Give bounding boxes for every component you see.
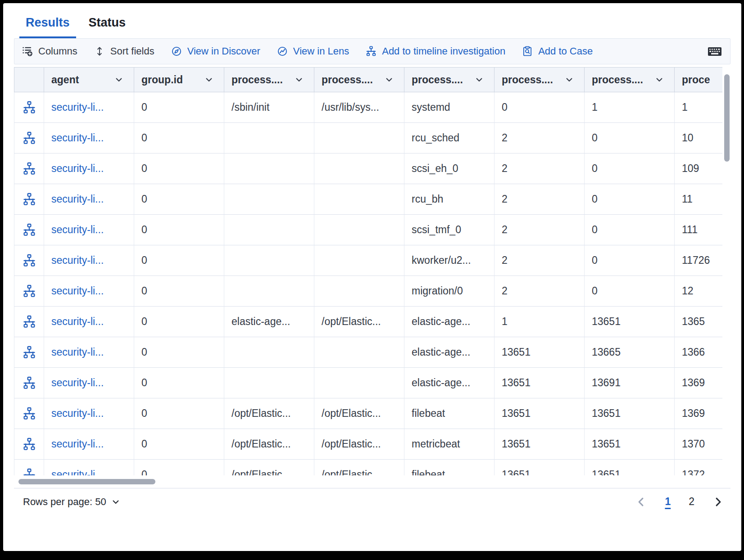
analyze-event-button[interactable]	[20, 435, 38, 453]
analyze-event-button[interactable]	[20, 99, 38, 117]
analyze-event-button[interactable]	[20, 282, 38, 300]
cell-process: 0	[585, 245, 675, 276]
grid-footer: Rows per page: 50 12	[14, 496, 730, 508]
cell-agent-link[interactable]: security-li...	[44, 92, 134, 123]
cell-process: 2	[494, 123, 585, 154]
toolbar-item-label: Sort fields	[110, 45, 154, 57]
toolbar-item-label: View in Lens	[293, 45, 349, 57]
tab-bar: ResultsStatus	[14, 11, 730, 38]
keyboard-icon	[707, 44, 723, 59]
cell-group-id: 0	[134, 337, 224, 368]
cell-process: /opt/Elastic...	[314, 460, 404, 475]
cell-agent-link[interactable]: security-li...	[44, 123, 134, 154]
toolbar-columns-button[interactable]: Columns	[22, 45, 77, 57]
cell-proce: 1372	[675, 460, 722, 475]
cell-process: /opt/Elastic...	[224, 429, 314, 460]
analyze-event-button[interactable]	[20, 405, 38, 423]
horizontal-scrollbar[interactable]	[14, 475, 722, 488]
cell-agent-link[interactable]: security-li...	[44, 184, 134, 215]
cell-process: 1	[585, 92, 675, 123]
cell-agent-link[interactable]: security-li...	[44, 398, 134, 429]
chevron-down-icon[interactable]	[385, 76, 393, 84]
chevron-down-icon[interactable]	[565, 76, 573, 84]
cell-row-actions	[14, 276, 44, 307]
cell-process: 13651	[585, 460, 675, 475]
cell-agent-link[interactable]: security-li...	[44, 276, 134, 307]
grid-bottom-border	[14, 488, 730, 488]
table-row: security-li...0/opt/Elastic.../opt/Elast…	[14, 429, 722, 460]
column-header-7-process[interactable]: process....	[585, 67, 675, 92]
column-header-2-group-id[interactable]: group.id	[134, 67, 224, 92]
cell-proce: 12	[675, 276, 722, 307]
cell-agent-link[interactable]: security-li...	[44, 154, 134, 184]
chevron-left-icon	[635, 496, 647, 508]
cell-agent-link[interactable]: security-li...	[44, 460, 134, 475]
column-header-6-process[interactable]: process....	[494, 67, 585, 92]
cell-agent-link[interactable]: security-li...	[44, 307, 134, 337]
horizontal-scrollbar-thumb[interactable]	[18, 479, 155, 484]
toolbar-add-to-case-button[interactable]: Add to Case	[522, 45, 593, 57]
toolbar-view-in-lens-button[interactable]: View in Lens	[277, 45, 349, 57]
toolbar-view-in-discover-button[interactable]: View in Discover	[171, 45, 260, 57]
column-header-label: process....	[592, 74, 643, 86]
analyze-event-button[interactable]	[20, 466, 38, 476]
previous-page-button[interactable]	[635, 496, 647, 508]
toolbar-add-to-timeline-investigation-button[interactable]: Add to timeline investigation	[365, 45, 505, 57]
cell-row-actions	[14, 184, 44, 215]
lens-icon	[277, 45, 288, 57]
cell-process: scsi_tmf_0	[404, 215, 494, 245]
cell-agent-link[interactable]: security-li...	[44, 245, 134, 276]
column-header-5-process[interactable]: process....	[404, 67, 494, 92]
chevron-down-icon[interactable]	[205, 76, 213, 84]
column-header-4-process[interactable]: process....	[314, 67, 404, 92]
cell-proce: 1370	[675, 429, 722, 460]
chevron-down-icon[interactable]	[475, 76, 483, 84]
cell-proce: 111	[675, 215, 722, 245]
cell-agent-link[interactable]: security-li...	[44, 337, 134, 368]
cell-agent-link[interactable]: security-li...	[44, 368, 134, 398]
column-header-1-agent[interactable]: agent	[44, 67, 134, 92]
cell-process: 2	[494, 245, 585, 276]
chevron-down-icon[interactable]	[295, 76, 303, 84]
analyze-event-button[interactable]	[20, 129, 38, 147]
analyze-event-button[interactable]	[20, 313, 38, 331]
tab-results[interactable]: Results	[19, 11, 76, 38]
analyze-event-button[interactable]	[20, 160, 38, 178]
results-panel: ResultsStatus Columns Sort fields View i…	[3, 3, 741, 551]
analyze-event-button[interactable]	[20, 374, 38, 392]
tab-status[interactable]: Status	[82, 11, 132, 38]
cell-process: migration/0	[404, 276, 494, 307]
sort-fields-icon	[94, 45, 105, 57]
analyze-event-button[interactable]	[20, 252, 38, 270]
chevron-down-icon[interactable]	[655, 76, 663, 84]
analyze-event-icon	[22, 253, 36, 268]
column-header-3-process[interactable]: process....	[224, 67, 314, 92]
cell-agent-link[interactable]: security-li...	[44, 429, 134, 460]
table-row: security-li...0/opt/Elastic.../opt/Elast…	[14, 398, 722, 429]
timeline-investigation-icon	[365, 45, 377, 57]
keyboard-shortcuts-button[interactable]	[707, 44, 723, 59]
chevron-down-icon[interactable]	[115, 76, 123, 84]
rows-per-page-button[interactable]: Rows per page: 50	[23, 496, 120, 508]
cell-group-id: 0	[134, 460, 224, 475]
toolbar-sort-fields-button[interactable]: Sort fields	[94, 45, 154, 57]
analyze-event-button[interactable]	[20, 190, 38, 208]
table-row: security-li...0scsi_tmf_020111	[14, 215, 722, 245]
cell-process: 0	[585, 276, 675, 307]
analyze-event-button[interactable]	[20, 343, 38, 361]
vertical-scrollbar[interactable]	[724, 68, 730, 474]
column-header-8-proce[interactable]: proce	[675, 67, 722, 92]
toolbar-item-label: Add to Case	[538, 45, 593, 57]
cell-group-id: 0	[134, 368, 224, 398]
page-2-button[interactable]: 2	[689, 496, 694, 508]
vertical-scrollbar-thumb[interactable]	[724, 74, 730, 162]
next-page-button[interactable]	[712, 496, 724, 508]
cell-group-id: 0	[134, 154, 224, 184]
cell-agent-link[interactable]: security-li...	[44, 215, 134, 245]
discover-compass-icon	[171, 45, 182, 57]
cell-process: /opt/Elastic...	[314, 429, 404, 460]
cell-process: 2	[494, 154, 585, 184]
cell-process	[314, 123, 404, 154]
page-1-button[interactable]: 1	[665, 496, 671, 508]
analyze-event-button[interactable]	[20, 221, 38, 239]
